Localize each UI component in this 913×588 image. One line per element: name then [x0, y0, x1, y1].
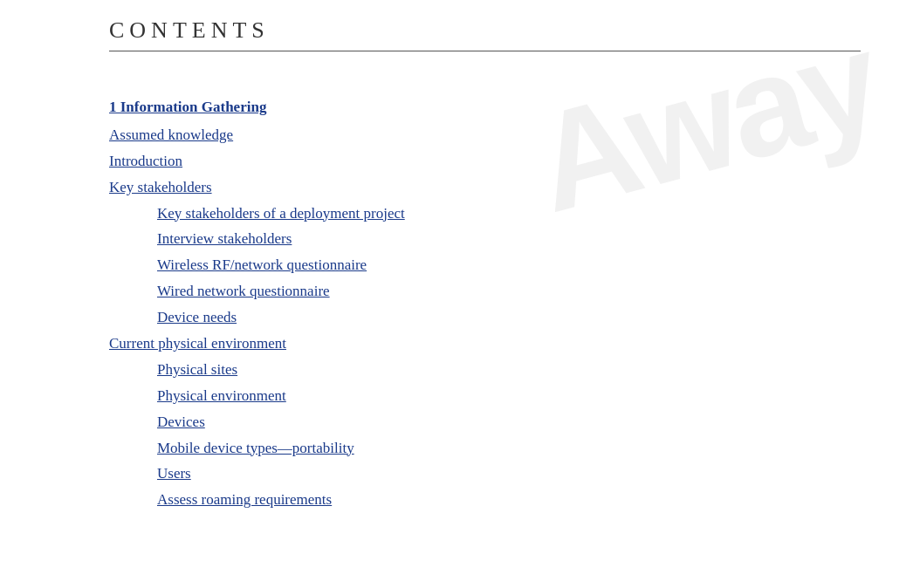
toc-link-key-stakeholders[interactable]: Key stakeholders	[109, 179, 212, 195]
toc-link-assess-roaming-requirements[interactable]: Assess roaming requirements	[157, 491, 332, 508]
page-title: CONTENTS	[109, 17, 861, 44]
toc-item-wireless-rf-questionnaire[interactable]: Wireless RF/network questionnaire	[109, 252, 861, 278]
toc-item-physical-sites[interactable]: Physical sites	[109, 357, 861, 383]
toc-link-interview-stakeholders[interactable]: Interview stakeholders	[157, 230, 292, 247]
toc-item-assess-roaming-requirements[interactable]: Assess roaming requirements	[109, 487, 861, 513]
header-divider	[109, 51, 861, 51]
toc-item-key-stakeholders[interactable]: Key stakeholders	[109, 174, 861, 201]
toc-section-information-gathering[interactable]: 1 Information Gathering	[109, 95, 861, 120]
toc-link-wireless-rf-questionnaire[interactable]: Wireless RF/network questionnaire	[157, 256, 367, 273]
toc-link-current-physical-environment[interactable]: Current physical environment	[109, 335, 286, 352]
toc-item-introduction[interactable]: Introduction	[109, 148, 861, 174]
toc-link-physical-environment[interactable]: Physical environment	[157, 387, 286, 404]
toc-item-interview-stakeholders[interactable]: Interview stakeholders	[109, 226, 861, 252]
toc-item-users[interactable]: Users	[109, 461, 861, 487]
toc-item-device-needs[interactable]: Device needs	[109, 304, 861, 331]
toc-item-current-physical-environment[interactable]: Current physical environment	[109, 331, 861, 357]
toc-link-physical-sites[interactable]: Physical sites	[157, 361, 237, 378]
toc-link-wired-network-questionnaire[interactable]: Wired network questionnaire	[157, 283, 330, 299]
toc-link-assumed-knowledge[interactable]: Assumed knowledge	[109, 126, 233, 143]
page-container: Away CONTENTS 1 Information Gathering As…	[0, 0, 913, 588]
toc-content: 1 Information Gathering Assumed knowledg…	[109, 95, 861, 513]
toc-link-key-stakeholders-deployment[interactable]: Key stakeholders of a deployment project	[157, 205, 405, 222]
toc-item-key-stakeholders-deployment[interactable]: Key stakeholders of a deployment project	[109, 201, 861, 227]
toc-item-physical-environment[interactable]: Physical environment	[109, 383, 861, 409]
toc-link-devices[interactable]: Devices	[157, 414, 205, 430]
toc-link-users[interactable]: Users	[157, 465, 191, 482]
toc-item-devices[interactable]: Devices	[109, 409, 861, 435]
toc-item-mobile-device-types[interactable]: Mobile device types—portability	[109, 435, 861, 462]
toc-item-assumed-knowledge[interactable]: Assumed knowledge	[109, 122, 861, 148]
toc-link-device-needs[interactable]: Device needs	[157, 309, 237, 325]
toc-link-mobile-device-types[interactable]: Mobile device types—portability	[157, 440, 354, 456]
toc-item-wired-network-questionnaire[interactable]: Wired network questionnaire	[109, 278, 861, 304]
toc-link-introduction[interactable]: Introduction	[109, 153, 182, 169]
